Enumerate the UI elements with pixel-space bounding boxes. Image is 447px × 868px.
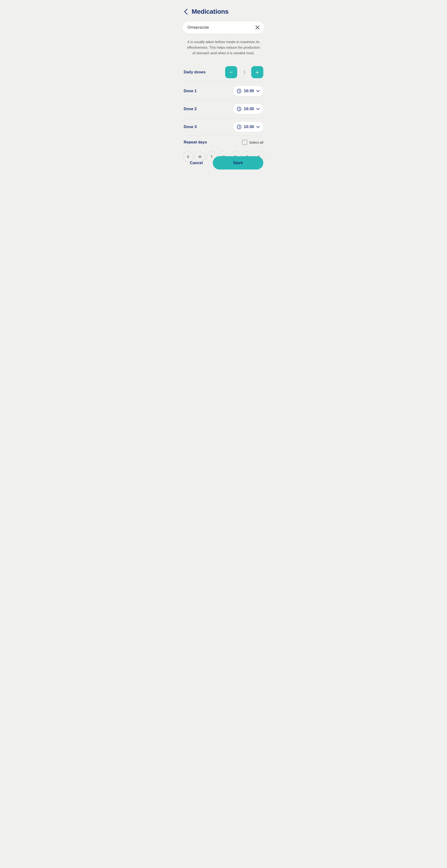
medication-description: It is usually taken before meals to maxi… — [178, 38, 269, 62]
daily-doses-section: Daily doses − + — [178, 62, 269, 82]
chevron-icon-3 — [256, 125, 260, 129]
search-input[interactable] — [187, 25, 255, 30]
repeat-days-row: Repeat days Select all — [178, 136, 269, 149]
dose-count-input[interactable] — [237, 70, 251, 75]
dose-3-label: Dose 3 — [184, 125, 197, 129]
dose-1-label: Dose 1 — [184, 89, 197, 93]
dose-3-row: Dose 3 10:30 — [178, 118, 269, 136]
dose-1-row: Dose 1 10:30 — [178, 82, 269, 100]
select-all-label: Select all — [249, 141, 263, 144]
select-all-checkbox[interactable] — [242, 140, 247, 145]
dose-2-time: 10:30 — [244, 106, 254, 111]
clock-icon-2 — [237, 106, 242, 111]
bottom-buttons: Cancel Save — [178, 152, 269, 177]
dose-1-time: 10:30 — [244, 89, 254, 93]
clock-icon-3 — [237, 125, 242, 129]
page-title: Medications — [192, 8, 229, 16]
chevron-icon-2 — [256, 107, 260, 111]
header: Medications — [178, 0, 269, 22]
decrement-button[interactable]: − — [225, 66, 237, 78]
back-button[interactable] — [183, 7, 189, 16]
repeat-days-label: Repeat days — [184, 140, 207, 145]
dose-3-time-selector[interactable]: 10:30 — [233, 122, 263, 132]
search-bar — [183, 22, 264, 34]
dose-2-row: Dose 2 10:30 — [178, 100, 269, 118]
dose-counter: − + — [225, 66, 263, 78]
clock-icon-1 — [237, 89, 242, 93]
cancel-button[interactable]: Cancel — [184, 156, 209, 169]
save-button[interactable]: Save — [213, 156, 263, 169]
dose-2-time-selector[interactable]: 10:30 — [233, 104, 263, 114]
select-all-group[interactable]: Select all — [242, 140, 263, 145]
dose-2-label: Dose 2 — [184, 106, 197, 111]
clear-button[interactable] — [255, 25, 260, 30]
daily-doses-label: Daily doses — [184, 70, 206, 74]
dose-3-time: 10:30 — [244, 125, 254, 129]
chevron-icon-1 — [256, 89, 260, 93]
dose-1-time-selector[interactable]: 10:30 — [233, 86, 263, 96]
increment-button[interactable]: + — [251, 66, 263, 78]
